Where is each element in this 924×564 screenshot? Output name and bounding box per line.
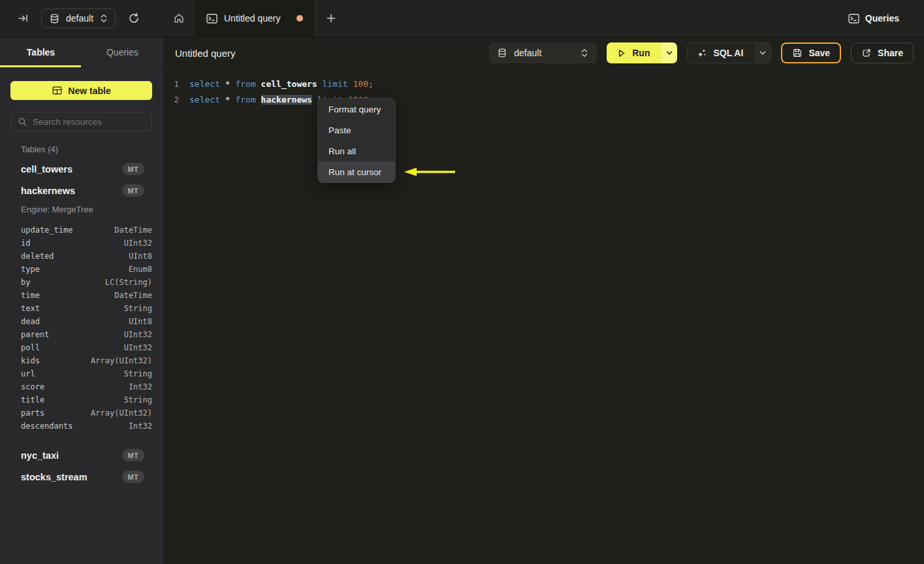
topbar: default [0, 0, 924, 37]
code-line-2: 2select * from hackernews limit 1000 [163, 91, 924, 107]
sql-ai-options-button[interactable] [754, 43, 771, 63]
column-type: UInt32 [124, 239, 152, 248]
database-icon [49, 13, 60, 24]
tables-list: cell_towersMThackernewsMTEngine: MergeTr… [0, 158, 163, 488]
database-icon [497, 48, 507, 58]
search-box [10, 112, 152, 131]
table-row-stocks_stream[interactable]: stocks_streamMT [0, 466, 163, 488]
share-button[interactable]: Share [851, 42, 914, 63]
column-row-text: textString [0, 302, 163, 315]
terminal-icon [206, 14, 217, 24]
search-input[interactable] [33, 117, 145, 127]
sparkles-icon [696, 48, 707, 59]
main-panel: Untitled query default [163, 37, 924, 564]
sql-ai-label: SQL AI [713, 48, 743, 58]
tab-untitled-query[interactable]: Untitled query [194, 0, 315, 37]
new-table-button[interactable]: New table [10, 81, 152, 100]
column-row-deleted: deletedUInt8 [0, 250, 163, 263]
menu-item-run-all[interactable]: Run all [318, 141, 395, 161]
sidebar-tab-tables[interactable]: Tables [0, 37, 82, 67]
column-name: poll [21, 343, 40, 352]
code-text: select * from cell_towers limit 100; [189, 79, 374, 89]
chevron-down-icon [665, 49, 673, 57]
query-title: Untitled query [175, 48, 236, 59]
query-toolbar: Untitled query default [163, 37, 924, 69]
new-table-label: New table [68, 86, 110, 96]
table-grid-icon [52, 85, 63, 96]
column-type: DateTime [114, 225, 152, 235]
run-options-button[interactable] [661, 42, 677, 63]
engine-badge: MT [122, 471, 144, 483]
code-line-1: 1select * from cell_towers limit 100; [163, 76, 924, 91]
share-external-icon [861, 48, 872, 58]
column-type: String [124, 369, 152, 378]
sql-editor[interactable]: 1select * from cell_towers limit 100;2se… [163, 69, 924, 107]
sql-ai-button-group: SQL AI [687, 42, 771, 63]
run-button[interactable]: Run [607, 42, 661, 63]
column-type: Int32 [129, 382, 152, 391]
table-row-nyc_taxi[interactable]: nyc_taxiMT [0, 444, 163, 466]
column-name: descendants [21, 422, 72, 431]
menu-item-paste[interactable]: Paste [318, 120, 395, 141]
save-floppy-icon [792, 48, 803, 58]
code-token: * [225, 79, 236, 89]
column-row-score: scoreInt32 [0, 380, 163, 393]
chevron-updown-icon [580, 48, 589, 58]
table-name: nyc_taxi [21, 450, 59, 461]
column-row-kids: kidsArray(UInt32) [0, 354, 163, 367]
column-row-poll: pollUInt32 [0, 341, 163, 354]
column-row-time: timeDateTime [0, 289, 163, 302]
column-name: id [21, 239, 30, 248]
column-type: String [124, 304, 152, 313]
code-token: select [189, 95, 225, 105]
chevron-updown-icon [99, 13, 108, 24]
topbar-database-value: default [66, 13, 93, 24]
new-tab-button[interactable] [315, 0, 346, 37]
toolbar-database-value: default [514, 48, 573, 58]
sql-ai-button[interactable]: SQL AI [688, 43, 754, 63]
column-name: text [21, 304, 40, 313]
column-name: score [21, 382, 44, 391]
line-number: 2 [163, 95, 179, 105]
column-type: LC(String) [105, 278, 152, 287]
table-engine-label: Engine: MergeTree [0, 201, 163, 217]
refresh-button[interactable] [125, 10, 142, 27]
plus-icon [326, 13, 336, 24]
code-token: 100; [353, 79, 373, 89]
columns-list: update_timeDateTimeidUInt32deletedUInt8t… [0, 222, 163, 438]
column-name: url [21, 369, 35, 378]
code-token: from [235, 95, 261, 105]
topbar-database-selector[interactable]: default [41, 8, 116, 28]
table-row-hackernews[interactable]: hackernewsMT [0, 180, 163, 201]
sidebar: Tables Queries New table Tables (4) cell… [0, 37, 163, 564]
column-name: title [21, 395, 44, 405]
queries-button[interactable]: Queries [848, 13, 899, 24]
sidebar-tab-queries[interactable]: Queries [82, 37, 163, 67]
tables-section-label: Tables (4) [21, 144, 163, 154]
collapse-sidebar-button[interactable] [14, 10, 31, 27]
code-token: hackernews [261, 95, 312, 105]
active-tab-underline [0, 65, 81, 67]
sidebar-tabs: Tables Queries [0, 37, 163, 68]
home-button[interactable] [163, 0, 194, 37]
column-row-update_time: update_timeDateTime [0, 224, 163, 237]
menu-item-format-query[interactable]: Format query [318, 99, 395, 120]
column-name: by [21, 278, 30, 287]
play-icon [616, 48, 626, 58]
code-token [312, 95, 317, 105]
arrow-to-bar-icon [17, 12, 29, 24]
line-number: 1 [163, 79, 179, 89]
run-button-label: Run [632, 48, 650, 58]
code-token: select [189, 79, 225, 89]
column-row-type: typeEnum8 [0, 263, 163, 276]
menu-item-run-at-cursor[interactable]: Run at cursor [318, 161, 395, 182]
save-button[interactable]: Save [781, 42, 841, 63]
toolbar-database-selector[interactable]: default [489, 42, 597, 63]
share-button-label: Share [878, 48, 903, 58]
column-name: dead [21, 317, 40, 326]
column-name: deleted [21, 252, 54, 261]
column-name: type [21, 265, 40, 274]
table-name: cell_towers [21, 164, 72, 174]
queries-button-label: Queries [865, 13, 899, 24]
table-row-cell_towers[interactable]: cell_towersMT [0, 158, 163, 180]
